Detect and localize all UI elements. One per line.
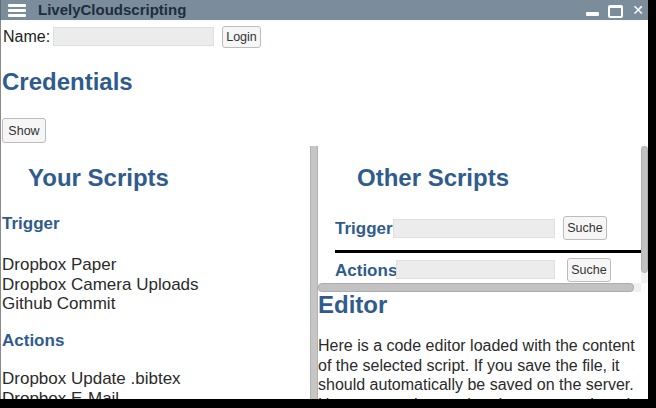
script-list-item[interactable]: Dropbox Camera Uploads bbox=[2, 275, 199, 295]
credentials-heading: Credentials bbox=[2, 69, 133, 95]
script-list-item[interactable]: Dropbox Paper bbox=[2, 255, 199, 275]
trigger-script-list: Dropbox PaperDropbox Camera UploadsGithu… bbox=[2, 255, 199, 314]
script-list-item[interactable]: Dropbox Update .bibtex bbox=[2, 369, 181, 389]
actions-script-list: Dropbox Update .bibtexDropbox E-Mail bbox=[2, 369, 181, 399]
editor-description: Here is a code editor loaded with the co… bbox=[318, 336, 646, 399]
desktop-edge-bottom bbox=[0, 399, 656, 408]
actions-search-input[interactable] bbox=[396, 260, 555, 279]
name-input[interactable] bbox=[53, 27, 214, 46]
window-title: LivelyCloudscripting bbox=[38, 0, 186, 20]
name-label: Name: bbox=[3, 27, 50, 46]
script-list-item[interactable]: Dropbox E-Mail bbox=[2, 389, 181, 400]
trigger-search-input[interactable] bbox=[393, 219, 555, 238]
titlebar[interactable]: LivelyCloudscripting ✕ bbox=[0, 0, 648, 20]
editor-heading: Editor bbox=[318, 292, 387, 318]
your-scripts-heading: Your Scripts bbox=[28, 165, 169, 191]
other-scripts-panel: Other Scripts Trigger Suche Actions Such… bbox=[318, 146, 648, 292]
trigger-subheading: Trigger bbox=[2, 214, 60, 233]
trigger-search-label: Trigger bbox=[335, 219, 393, 238]
actions-search-label: Actions bbox=[335, 261, 397, 280]
actions-search-button[interactable]: Suche bbox=[567, 258, 611, 282]
desktop-edge-right bbox=[648, 0, 656, 408]
login-button[interactable]: Login bbox=[222, 26, 261, 48]
left-panel-scrollbar[interactable] bbox=[310, 146, 318, 399]
script-list-item[interactable]: Github Commit bbox=[2, 294, 199, 314]
editor-section: Editor Here is a code editor loaded with… bbox=[318, 292, 648, 399]
minimize-icon[interactable] bbox=[586, 12, 599, 16]
other-scripts-heading: Other Scripts bbox=[357, 165, 509, 191]
close-icon[interactable]: ✕ bbox=[629, 0, 647, 20]
section-divider bbox=[335, 250, 641, 253]
panel-vertical-scrollbar-thumb[interactable] bbox=[641, 146, 648, 273]
app-window: LivelyCloudscripting ✕ Name: Login Crede… bbox=[0, 0, 656, 408]
show-button[interactable]: Show bbox=[2, 118, 46, 143]
maximize-icon[interactable] bbox=[608, 5, 623, 18]
your-scripts-panel: Your Scripts Trigger Dropbox PaperDropbo… bbox=[0, 146, 310, 399]
hamburger-menu-icon[interactable] bbox=[8, 4, 26, 17]
panel-horizontal-scrollbar-thumb[interactable] bbox=[318, 283, 634, 292]
actions-subheading: Actions bbox=[2, 331, 64, 350]
trigger-search-button[interactable]: Suche bbox=[563, 216, 607, 240]
